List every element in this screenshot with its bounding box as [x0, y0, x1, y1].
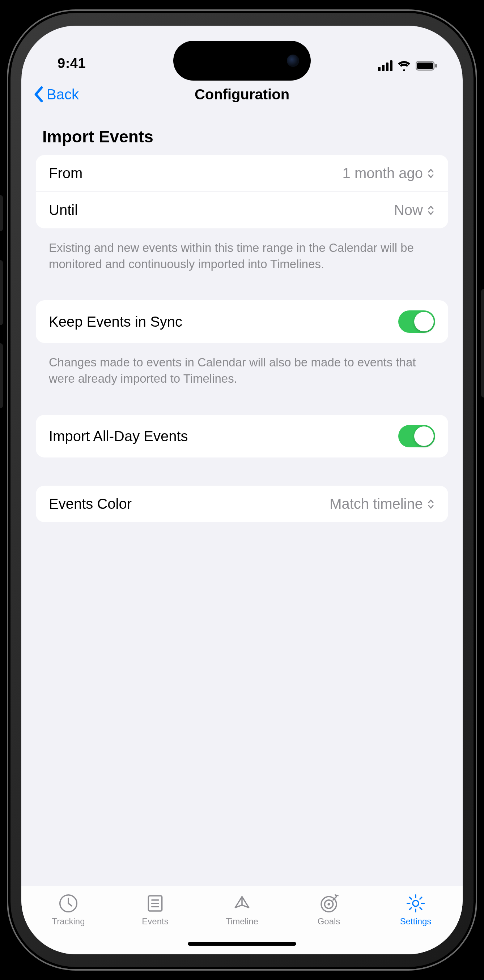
toggle-knob: [414, 426, 434, 446]
tab-tracking[interactable]: Tracking: [25, 893, 112, 926]
sync-card: Keep Events in Sync: [36, 300, 448, 343]
screen: 9:41: [21, 25, 463, 955]
wifi-icon: [398, 61, 411, 71]
allday-card: Import All-Day Events: [36, 415, 448, 458]
svg-rect-2: [435, 64, 437, 68]
chevron-left-icon: [32, 86, 45, 103]
svg-line-21: [420, 897, 422, 899]
from-value-text: 1 month ago: [343, 165, 423, 181]
home-indicator[interactable]: [188, 942, 296, 946]
from-value: 1 month ago: [343, 165, 435, 181]
sync-toggle[interactable]: [398, 310, 435, 333]
until-value-text: Now: [394, 202, 423, 218]
battery-icon: [415, 61, 437, 71]
nav-bar: Back Configuration: [21, 76, 463, 112]
tab-label: Settings: [400, 916, 431, 926]
chevron-up-down-icon: [426, 205, 435, 216]
list-icon: [144, 893, 166, 913]
camera-icon: [287, 54, 299, 67]
fan-icon: [231, 893, 253, 913]
time-range-footer: Existing and new events within this time…: [36, 234, 448, 272]
volume-down-button: [0, 343, 3, 408]
allday-row: Import All-Day Events: [36, 415, 448, 458]
tab-settings[interactable]: Settings: [372, 893, 459, 926]
tab-timeline[interactable]: Timeline: [199, 893, 285, 926]
svg-rect-1: [417, 62, 433, 69]
sync-footer: Changes made to events in Calendar will …: [36, 349, 448, 387]
allday-label: Import All-Day Events: [49, 428, 188, 444]
events-color-label: Events Color: [49, 496, 132, 512]
sync-row: Keep Events in Sync: [36, 300, 448, 343]
chevron-up-down-icon: [426, 168, 435, 179]
tab-events[interactable]: Events: [112, 893, 199, 926]
page-title: Configuration: [195, 86, 289, 103]
volume-up-button: [0, 260, 3, 325]
tab-goals[interactable]: Goals: [285, 893, 372, 926]
chevron-up-down-icon: [426, 499, 435, 509]
events-color-value: Match timeline: [329, 496, 435, 512]
dynamic-island: [173, 41, 311, 81]
until-label: Until: [49, 202, 78, 218]
svg-line-20: [409, 908, 411, 910]
phone-body: 9:41: [7, 10, 477, 970]
phone-frame: 9:41: [0, 0, 484, 980]
until-row[interactable]: Until Now: [36, 191, 448, 228]
power-button: [481, 289, 484, 398]
svg-line-19: [420, 908, 422, 910]
status-indicators: [378, 60, 437, 73]
target-icon: [318, 893, 340, 913]
tab-label: Timeline: [226, 916, 258, 926]
events-color-row[interactable]: Events Color Match timeline: [36, 486, 448, 522]
toggle-knob: [414, 312, 434, 331]
events-color-card: Events Color Match timeline: [36, 486, 448, 522]
section-title: Import Events: [36, 112, 448, 155]
tab-label: Tracking: [52, 916, 85, 926]
svg-line-18: [409, 897, 411, 899]
back-label: Back: [47, 86, 79, 103]
content-area: Import Events From 1 month ago Until: [21, 112, 463, 886]
until-value: Now: [394, 202, 435, 218]
events-color-value-text: Match timeline: [329, 496, 423, 512]
tab-label: Events: [142, 916, 168, 926]
back-button[interactable]: Back: [32, 86, 79, 103]
from-row[interactable]: From 1 month ago: [36, 155, 448, 191]
svg-point-11: [328, 903, 330, 905]
allday-toggle[interactable]: [398, 425, 435, 447]
time-range-card: From 1 month ago Until Now: [36, 155, 448, 228]
side-button: [0, 195, 3, 231]
from-label: From: [49, 165, 83, 181]
svg-point-13: [413, 900, 419, 906]
status-time: 9:41: [58, 56, 86, 73]
clock-icon: [58, 893, 79, 913]
sync-label: Keep Events in Sync: [49, 313, 182, 330]
cellular-signal-icon: [378, 60, 393, 71]
gear-icon: [405, 893, 426, 913]
tab-label: Goals: [318, 916, 340, 926]
